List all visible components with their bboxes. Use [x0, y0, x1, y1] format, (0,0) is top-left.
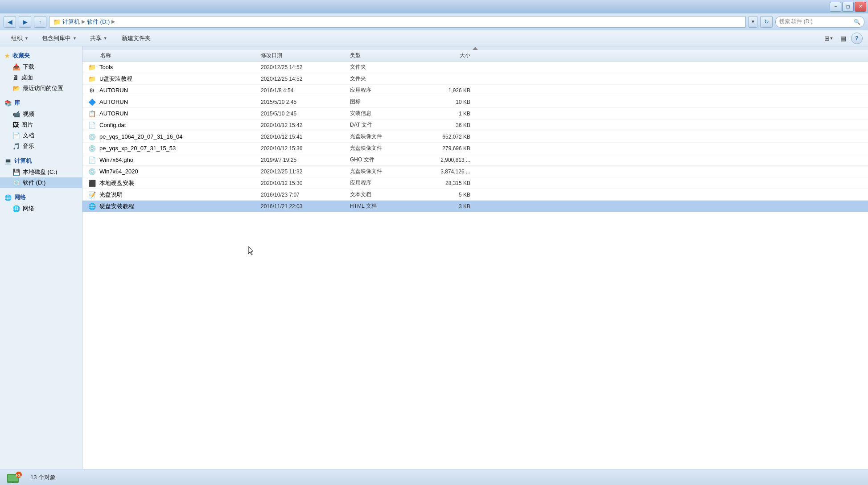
file-list-header: 名称 修改日期 类型 大小 [82, 50, 868, 62]
sidebar-divider-3 [0, 188, 82, 192]
file-icon: ⚙ [87, 87, 97, 94]
sidebar-item-documents[interactable]: 📄 文档 [0, 130, 82, 141]
c-drive-label: 本地磁盘 (C:) [23, 168, 57, 176]
file-size: 3,874,126 ... [421, 169, 479, 175]
table-row[interactable]: ⚙ AUTORUN 2016/1/8 4:54 应用程序 1,926 KB [82, 85, 868, 96]
file-icon: 📁 [87, 75, 97, 82]
computer-icon: 💻 [4, 158, 12, 164]
table-row[interactable]: 📝 光盘说明 2016/10/23 7:07 文本文档 5 KB [82, 189, 868, 201]
svg-rect-2 [12, 482, 14, 483]
file-name-text: Win7x64.gho [99, 156, 133, 163]
breadcrumb-drive[interactable]: 软件 (D:) [87, 18, 110, 26]
svg-text:RE: RE [16, 473, 22, 477]
search-box[interactable]: 搜索 软件 (D:) 🔍 [775, 16, 864, 28]
maximize-button[interactable]: □ [842, 2, 854, 12]
sidebar-item-recent[interactable]: 📂 最近访问的位置 [0, 83, 82, 94]
file-name-cell: 🌐 硬盘安装教程 [82, 202, 261, 210]
file-date: 2020/10/12 15:30 [261, 180, 350, 186]
sidebar-item-pictures[interactable]: 🖼 图片 [0, 119, 82, 130]
refresh-button[interactable]: ↻ [760, 16, 773, 28]
table-row[interactable]: 💿 pe_yqs_1064_20_07_31_16_04 2020/10/12 … [82, 131, 868, 143]
table-row[interactable]: 📄 Config.dat 2020/10/12 15:42 DAT 文件 36 … [82, 119, 868, 131]
video-label: 视频 [23, 110, 34, 118]
address-path[interactable]: 📁 计算机 ▶ 软件 (D:) ▶ [49, 16, 746, 28]
file-icon: 📁 [87, 64, 97, 71]
table-row[interactable]: 📄 Win7x64.gho 2019/9/7 19:25 GHO 文件 2,90… [82, 154, 868, 166]
search-placeholder-text: 搜索 软件 (D:) [779, 18, 813, 25]
sidebar-favorites-header[interactable]: ★ 收藏夹 [0, 50, 82, 62]
column-date-header[interactable]: 修改日期 [261, 52, 350, 59]
table-row[interactable]: 💿 Win7x64_2020 2020/12/25 11:32 光盘映像文件 3… [82, 166, 868, 177]
sidebar-computer-header[interactable]: 💻 计算机 [0, 155, 82, 167]
file-type: GHO 文件 [350, 156, 421, 164]
file-icon: 🌐 [87, 203, 97, 210]
path-sep2: ▶ [111, 19, 115, 25]
organize-arrow-icon: ▼ [25, 36, 29, 41]
table-row[interactable]: 📋 AUTORUN 2015/5/10 2:45 安装信息 1 KB [82, 108, 868, 119]
file-type: 光盘映像文件 [350, 168, 421, 175]
view-dropdown-icon: ▼ [830, 36, 834, 41]
column-name-header[interactable]: 名称 [82, 52, 261, 59]
preview-pane-button[interactable]: ▤ [837, 33, 849, 44]
file-date: 2019/9/7 19:25 [261, 157, 350, 163]
file-type: DAT 文件 [350, 121, 421, 129]
table-row[interactable]: 📁 Tools 2020/12/25 14:52 文件夹 [82, 62, 868, 73]
file-size: 2,900,813 ... [421, 157, 479, 163]
desktop-label: 桌面 [21, 74, 33, 82]
table-row[interactable]: 🌐 硬盘安装教程 2016/11/21 22:03 HTML 文档 3 KB [82, 201, 868, 212]
sidebar-item-d-drive[interactable]: 💿 软件 (D:) [0, 177, 82, 188]
table-row[interactable]: 🔷 AUTORUN 2015/5/10 2:45 图标 10 KB [82, 96, 868, 108]
organize-button[interactable]: 组织 ▼ [5, 32, 34, 45]
include-library-arrow-icon: ▼ [73, 36, 77, 41]
file-name-text: Win7x64_2020 [99, 168, 138, 175]
close-button[interactable]: ✕ [855, 2, 866, 12]
column-size-header[interactable]: 大小 [421, 52, 479, 59]
file-name-cell: 📝 光盘说明 [82, 191, 261, 199]
network-label: 网络 [14, 193, 26, 201]
c-drive-icon: 💾 [12, 169, 20, 176]
include-library-button[interactable]: 包含到库中 ▼ [36, 32, 82, 45]
status-text: 13 个对象 [30, 473, 56, 481]
file-type: 文件夹 [350, 75, 421, 82]
file-name-cell: 📄 Config.dat [82, 122, 261, 129]
file-icon: 📄 [87, 156, 97, 164]
breadcrumb-computer[interactable]: 计算机 [62, 18, 80, 26]
sidebar-item-video[interactable]: 📹 视频 [0, 109, 82, 119]
sidebar-item-c-drive[interactable]: 💾 本地磁盘 (C:) [0, 167, 82, 177]
table-row[interactable]: ⬛ 本地硬盘安装 2020/10/12 15:30 应用程序 28,315 KB [82, 177, 868, 189]
up-button[interactable]: ↑ [34, 16, 46, 28]
file-name-cell: 📁 Tools [82, 64, 261, 71]
organize-label: 组织 [11, 34, 23, 42]
new-folder-button[interactable]: 新建文件夹 [115, 32, 157, 45]
file-name-cell: 💿 Win7x64_2020 [82, 168, 261, 175]
address-dropdown-button[interactable]: ▼ [749, 16, 757, 28]
sidebar-item-network[interactable]: 🌐 网络 [0, 203, 82, 214]
sidebar-item-desktop[interactable]: 🖥 桌面 [0, 72, 82, 83]
preview-icon: ▤ [840, 35, 846, 42]
table-row[interactable]: 📁 U盘安装教程 2020/12/25 14:52 文件夹 [82, 73, 868, 85]
forward-button[interactable]: ▶ [19, 16, 31, 28]
minimize-button[interactable]: － [830, 2, 841, 12]
file-size: 1 KB [421, 111, 479, 117]
toolbar: 组织 ▼ 包含到库中 ▼ 共享 ▼ 新建文件夹 ⊞ ▼ ▤ ? [0, 30, 868, 46]
sidebar-network-header[interactable]: 🌐 网络 [0, 192, 82, 203]
help-button[interactable]: ? [851, 33, 863, 44]
network-header-icon: 🌐 [4, 194, 12, 201]
file-type: 光盘映像文件 [350, 144, 421, 152]
file-name-cell: 💿 pe_yqs_1064_20_07_31_16_04 [82, 133, 261, 140]
file-name-cell: 📄 Win7x64.gho [82, 156, 261, 164]
sidebar-library-header[interactable]: 📚 库 [0, 97, 82, 109]
back-button[interactable]: ◀ [4, 16, 16, 28]
table-row[interactable]: 💿 pe_yqs_xp_20_07_31_15_53 2020/10/12 15… [82, 143, 868, 154]
file-name-cell: 💿 pe_yqs_xp_20_07_31_15_53 [82, 145, 261, 152]
toolbar-right: ⊞ ▼ ▤ ? [823, 33, 863, 44]
sidebar-item-downloads[interactable]: 📥 下载 [0, 62, 82, 72]
share-button[interactable]: 共享 ▼ [84, 32, 113, 45]
view-toggle-button[interactable]: ⊞ ▼ [823, 33, 835, 44]
file-size: 3 KB [421, 203, 479, 210]
column-type-header[interactable]: 类型 [350, 52, 421, 59]
music-label: 音乐 [23, 142, 34, 150]
sidebar-item-music[interactable]: 🎵 音乐 [0, 141, 82, 152]
file-size: 1,926 KB [421, 87, 479, 94]
file-name-cell: 🔷 AUTORUN [82, 99, 261, 106]
